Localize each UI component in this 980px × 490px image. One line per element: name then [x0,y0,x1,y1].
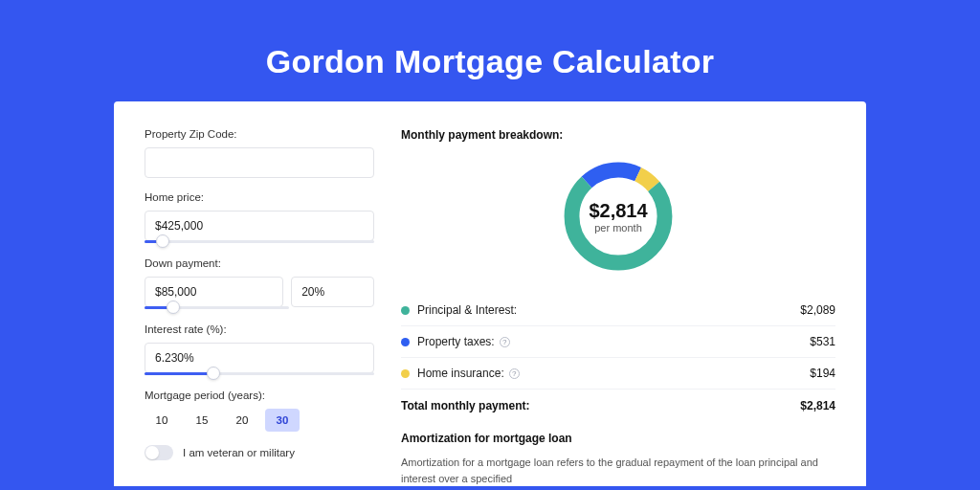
total-row: Total monthly payment: $2,814 [401,390,835,426]
home-price-block: Home price: [145,191,374,244]
home-price-slider[interactable] [145,240,374,244]
veteran-row: I am veteran or military [145,445,374,460]
legend-row: Property taxes:?$531 [401,326,835,358]
period-label: Mortgage period (years): [145,390,374,401]
home-price-input[interactable] [145,211,374,241]
donut-amount: $2,814 [589,200,647,222]
down-payment-pct-input[interactable] [291,277,374,307]
interest-block: Interest rate (%): [145,323,374,376]
page-title: Gordon Mortgage Calculator [0,0,980,101]
legend-value: $2,089 [800,303,835,317]
amortization-title: Amortization for mortgage loan [401,432,835,445]
veteran-label: I am veteran or military [183,447,295,458]
amortization-body: Amortization for a mortgage loan refers … [401,455,835,486]
results-panel: Monthly payment breakdown: $2,814 per mo… [401,128,835,486]
legend-value: $194 [810,367,835,380]
legend: Principal & Interest:$2,089Property taxe… [401,295,835,390]
down-payment-block: Down payment: [145,257,374,310]
zip-input[interactable] [145,147,374,178]
veteran-toggle[interactable] [145,445,173,460]
legend-dot-icon [401,369,410,378]
period-option-30[interactable]: 30 [265,409,300,432]
donut-center: $2,814 per month [589,200,647,234]
legend-row: Principal & Interest:$2,089 [401,295,835,326]
period-option-15[interactable]: 15 [185,409,219,432]
donut-chart-wrap: $2,814 per month [401,155,835,278]
total-value: $2,814 [800,399,835,412]
period-block: Mortgage period (years): 10152030 [145,390,374,432]
interest-slider[interactable] [145,372,374,376]
interest-input[interactable] [145,343,374,373]
breakdown-title: Monthly payment breakdown: [401,128,835,142]
zip-field-block: Property Zip Code: [145,128,374,178]
down-payment-label: Down payment: [145,257,374,269]
period-option-10[interactable]: 10 [145,409,179,432]
down-payment-input[interactable] [145,277,283,307]
calculator-card: Property Zip Code: Home price: Down paym… [114,101,866,486]
legend-value: $531 [810,335,835,348]
period-options: 10152030 [145,409,374,432]
legend-dot-icon [401,338,410,346]
total-label: Total monthly payment: [401,399,800,412]
down-payment-slider[interactable] [145,306,289,310]
info-icon[interactable]: ? [509,368,520,379]
inputs-panel: Property Zip Code: Home price: Down paym… [145,128,374,486]
legend-label: Property taxes:? [417,335,810,348]
info-icon[interactable]: ? [500,337,510,347]
legend-label: Home insurance:? [417,367,810,380]
home-price-label: Home price: [145,191,374,203]
legend-dot-icon [401,306,410,315]
period-option-20[interactable]: 20 [225,409,259,432]
interest-label: Interest rate (%): [145,323,374,335]
zip-label: Property Zip Code: [145,128,374,140]
legend-row: Home insurance:?$194 [401,358,835,390]
legend-label: Principal & Interest: [417,303,800,317]
donut-sub: per month [589,222,647,234]
